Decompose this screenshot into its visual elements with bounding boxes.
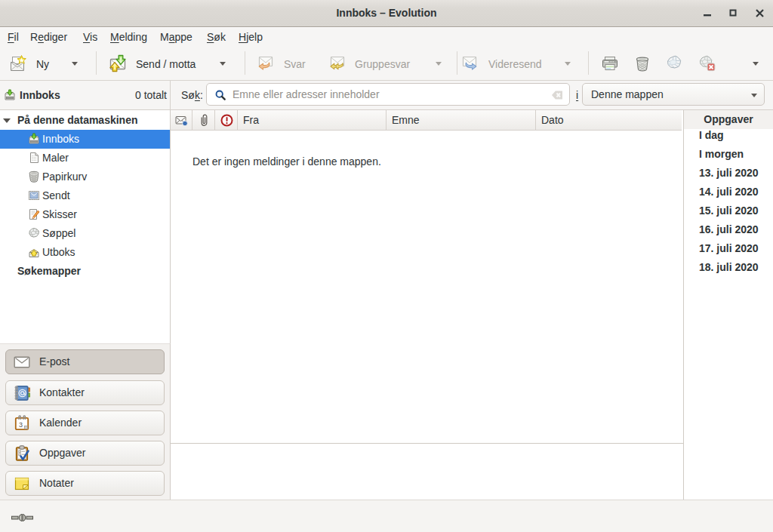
svg-text:3: 3	[19, 421, 23, 429]
